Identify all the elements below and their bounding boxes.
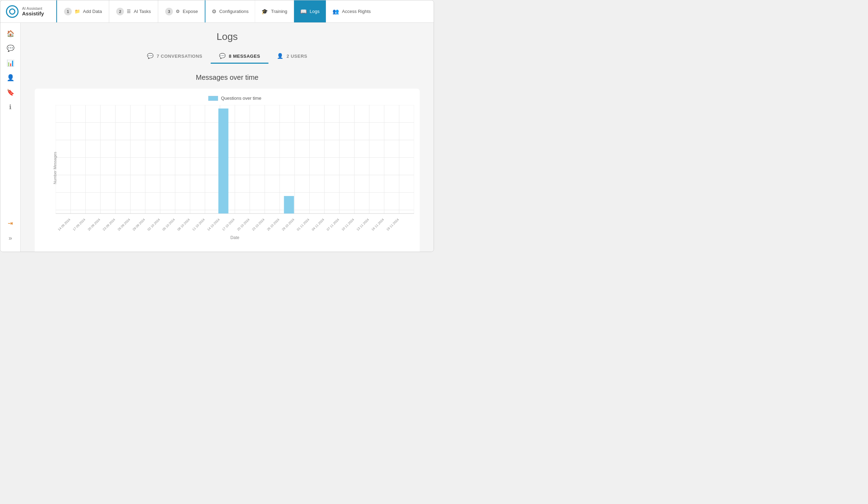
sidebar-item-profile[interactable]: 👤 <box>4 71 17 84</box>
svg-text:26 10 2024: 26 10 2024 <box>266 218 280 231</box>
svg-text:16 11 2024: 16 11 2024 <box>371 218 385 231</box>
tab-conversations[interactable]: 💬 7 CONVERSATIONS <box>139 49 211 64</box>
chart-title: Messages over time <box>32 74 422 82</box>
svg-text:19 11 2024: 19 11 2024 <box>386 218 400 231</box>
content-area: Logs 💬 7 CONVERSATIONS 💬 8 MESSAGES 👤 2 … <box>21 23 434 252</box>
access-rights-label: Access Rights <box>342 9 371 14</box>
nav-step-expose[interactable]: 3 ⚙ Expose <box>158 0 205 22</box>
sidebar-item-logout[interactable]: ⇥ <box>4 217 17 230</box>
add-data-label: Add Data <box>83 9 102 14</box>
chart-area: Questions over time Number Messages <box>35 89 420 252</box>
nav-logs[interactable]: 📖 Logs <box>294 0 326 22</box>
users-icon: 👤 <box>277 53 284 59</box>
svg-text:29 09 2024: 29 09 2024 <box>132 218 146 231</box>
conversations-label: 7 CONVERSATIONS <box>157 54 203 59</box>
chart-wrapper: Number Messages <box>56 105 414 231</box>
training-icon: 🎓 <box>261 8 268 15</box>
tab-users[interactable]: 👤 2 USERS <box>268 49 316 64</box>
ai-tasks-icon: ☰ <box>127 9 131 14</box>
sidebar-item-bookmarks[interactable]: 🔖 <box>4 86 17 99</box>
conversations-icon: 💬 <box>147 53 154 59</box>
main-area: 🏠 💬 📊 👤 🔖 ℹ ⇥ » Logs 💬 7 CONVERSATIONS <box>0 23 434 252</box>
stats-tabs: 💬 7 CONVERSATIONS 💬 8 MESSAGES 👤 2 USERS <box>32 49 422 64</box>
legend-color-box <box>208 96 218 101</box>
bar-14-10-2024 <box>218 108 229 214</box>
svg-text:08 10 2024: 08 10 2024 <box>177 218 191 231</box>
nav-training[interactable]: 🎓 Training <box>255 0 294 22</box>
nav-actions: ⚙ Configurations 🎓 Training 📖 Logs 👥 Acc… <box>205 0 434 22</box>
svg-text:13 11 2024: 13 11 2024 <box>356 218 370 231</box>
configurations-label: Configurations <box>219 9 248 14</box>
tab-messages[interactable]: 💬 8 MESSAGES <box>211 49 268 64</box>
logs-icon: 📖 <box>300 8 307 15</box>
brand: AI Assistant Assistify <box>0 0 56 22</box>
step-num-1: 1 <box>64 8 72 15</box>
messages-label: 8 MESSAGES <box>229 54 260 59</box>
sidebar-item-home[interactable]: 🏠 <box>4 27 17 40</box>
svg-text:05 10 2024: 05 10 2024 <box>162 218 176 231</box>
svg-text:17 10 2024: 17 10 2024 <box>222 218 236 231</box>
nav-configurations[interactable]: ⚙ Configurations <box>205 0 255 22</box>
y-axis-label: Number Messages <box>53 152 57 184</box>
add-data-icon: 📁 <box>75 9 80 14</box>
bar-26-10-2024 <box>284 196 294 214</box>
nav-steps: 1 📁 Add Data 2 ☰ AI Tasks 3 ⚙ Expose <box>56 0 205 22</box>
expose-label: Expose <box>183 9 198 14</box>
svg-text:26 09 2024: 26 09 2024 <box>117 218 131 231</box>
access-rights-icon: 👥 <box>332 8 339 15</box>
expose-icon: ⚙ <box>176 9 180 14</box>
chart-legend: Questions over time <box>56 96 414 101</box>
svg-text:20 09 2024: 20 09 2024 <box>87 218 101 231</box>
ai-tasks-label: AI Tasks <box>134 9 151 14</box>
svg-text:14 09 2024: 14 09 2024 <box>57 218 71 231</box>
svg-text:04 11 2024: 04 11 2024 <box>311 218 325 231</box>
svg-text:11 10 2024: 11 10 2024 <box>191 218 205 231</box>
nav-step-add-data[interactable]: 1 📁 Add Data <box>57 0 109 22</box>
sidebar: 🏠 💬 📊 👤 🔖 ℹ ⇥ » <box>0 23 21 252</box>
training-label: Training <box>271 9 287 14</box>
configurations-icon: ⚙ <box>212 8 216 15</box>
step-num-2: 2 <box>116 8 124 15</box>
logs-label: Logs <box>310 9 320 14</box>
svg-text:10 11 2024: 10 11 2024 <box>341 218 355 231</box>
messages-icon: 💬 <box>219 53 226 59</box>
x-axis-label: Date <box>56 235 414 240</box>
nav-step-ai-tasks[interactable]: 2 ☰ AI Tasks <box>109 0 158 22</box>
sidebar-item-info[interactable]: ℹ <box>4 100 17 114</box>
svg-text:07 11 2024: 07 11 2024 <box>326 218 340 231</box>
svg-text:23 10 2024: 23 10 2024 <box>251 218 265 231</box>
sidebar-item-chat[interactable]: 💬 <box>4 42 17 55</box>
page-title: Logs <box>32 31 422 42</box>
brand-name: Assistify <box>22 10 44 16</box>
svg-text:14 10 2024: 14 10 2024 <box>206 218 220 231</box>
svg-text:02 10 2024: 02 10 2024 <box>147 218 161 231</box>
svg-text:17 09 2024: 17 09 2024 <box>72 218 86 231</box>
legend-label: Questions over time <box>221 96 261 101</box>
nav-access-rights[interactable]: 👥 Access Rights <box>326 0 377 22</box>
svg-text:23 09 2024: 23 09 2024 <box>102 218 116 231</box>
step-num-3: 3 <box>165 8 173 15</box>
sidebar-item-expand[interactable]: » <box>4 231 17 245</box>
svg-text:20 10 2024: 20 10 2024 <box>236 218 250 231</box>
svg-text:11 09 2024: 11 09 2024 <box>56 218 56 231</box>
top-nav: AI Assistant Assistify 1 📁 Add Data 2 ☰ … <box>0 0 434 23</box>
svg-text:29 10 2024: 29 10 2024 <box>281 218 295 231</box>
brand-logo-icon <box>6 5 19 18</box>
users-label: 2 USERS <box>287 54 307 59</box>
chart-svg: 0 1 2 3 4 5 6 11 09 2024 14 09 2024 <box>56 105 414 231</box>
app-container: AI Assistant Assistify 1 📁 Add Data 2 ☰ … <box>0 0 434 252</box>
svg-text:01 11 2024: 01 11 2024 <box>296 218 310 231</box>
brand-subtitle: AI Assistant <box>22 6 44 10</box>
sidebar-item-analytics[interactable]: 📊 <box>4 56 17 70</box>
